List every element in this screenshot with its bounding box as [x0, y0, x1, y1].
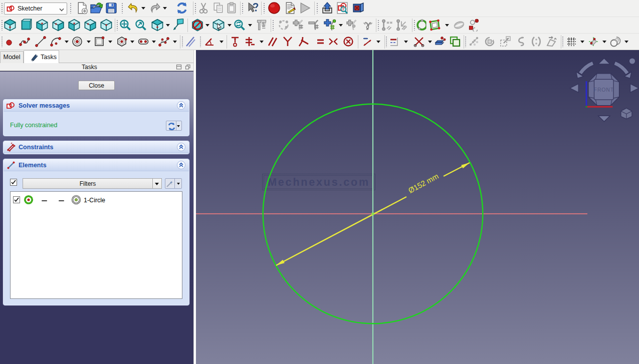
- svg-text:Ø152 mm: Ø152 mm: [407, 172, 440, 195]
- svg-text:FRONT: FRONT: [594, 87, 614, 93]
